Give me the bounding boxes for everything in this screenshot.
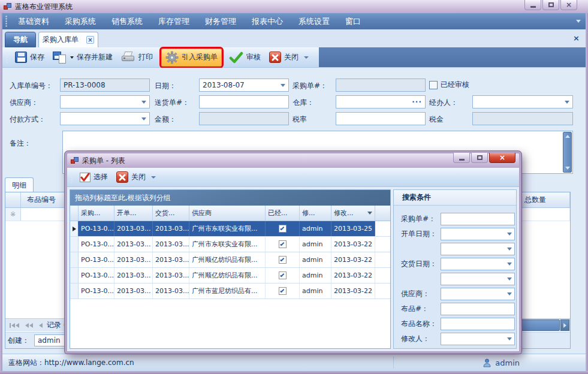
po-number-label: 采购单#： — [293, 81, 327, 91]
minimize-button[interactable] — [524, 0, 541, 10]
toolbar-grip — [5, 51, 8, 64]
import-purchase-order-button[interactable]: 引入采购单 — [161, 49, 222, 67]
menu-item-reports[interactable]: 报表中心 — [244, 13, 291, 29]
tax-rate-field[interactable] — [336, 112, 426, 125]
tax-amount-label: 税金 — [429, 114, 444, 125]
menu-item-window[interactable]: 窗口 — [337, 13, 369, 29]
window-title: 蓝格布业管理系统 — [15, 2, 73, 12]
supplier-dropdown-icon — [141, 101, 146, 104]
tab-navigation[interactable]: 导航 — [5, 32, 36, 47]
warehouse-label: 仓库： — [293, 98, 314, 108]
search-po-input[interactable] — [441, 213, 515, 225]
menu-item-base-data[interactable]: 基础资料 — [10, 13, 57, 29]
dialog-close-list-button[interactable]: 关闭 — [113, 170, 159, 185]
po-col-open-date[interactable]: 开单... — [114, 206, 153, 221]
app-icon — [4, 3, 12, 10]
po-row[interactable]: PO-13-0... 2013-03... 2013-03... 广州顺亿纺织品… — [70, 268, 390, 283]
menu-item-finance[interactable]: 财务管理 — [197, 13, 244, 29]
dialog-title-bar[interactable]: 采购单 - 列表 × — [67, 153, 519, 168]
close-form-button[interactable]: 关闭 — [266, 50, 312, 65]
menu-item-inventory[interactable]: 库存管理 — [150, 13, 197, 29]
green-check-icon — [229, 52, 243, 64]
menu-item-settings[interactable]: 系统设置 — [291, 13, 337, 29]
handler-combo[interactable] — [472, 95, 573, 108]
toolbar-filler — [319, 47, 586, 68]
tab-purchase-receipt[interactable]: 采购入库单 × — [38, 32, 98, 47]
dropdown-icon — [507, 248, 512, 251]
po-col-modified[interactable]: 修改... — [331, 206, 375, 221]
po-row[interactable]: PO-13-0... 2013-03... 2013-03... 广州市东联实业… — [70, 237, 390, 252]
search-deliver-date-to-combo[interactable] — [441, 273, 515, 285]
search-fabric-no-input[interactable] — [441, 303, 515, 315]
po-col-number[interactable]: 采购... — [79, 206, 114, 221]
menu-item-sales[interactable]: 销售系统 — [104, 13, 150, 29]
group-by-bar[interactable]: 拖动列标题至此,根据该列分组 — [70, 190, 390, 206]
print-button[interactable]: 打印 — [117, 50, 156, 65]
save-button[interactable]: 保存 — [11, 50, 48, 65]
search-fabric-name-input[interactable] — [441, 318, 515, 330]
amount-field — [199, 112, 289, 125]
save-and-new-button[interactable]: 保存并新建 — [49, 50, 116, 65]
po-col-deliver-date[interactable]: 交货... — [153, 206, 189, 221]
search-deliver-date-from-combo[interactable] — [441, 258, 515, 270]
title-bar[interactable]: 蓝格布业管理系统 × — [0, 0, 588, 13]
tab-detail[interactable]: 明细 — [5, 177, 34, 192]
search-field-fabric-name: 布品名称： — [394, 316, 516, 331]
audited-checkbox-row[interactable]: 已经审核 — [429, 80, 469, 90]
remark-scrollbar[interactable] — [563, 132, 572, 173]
printer-icon — [121, 52, 135, 64]
audited-checkbox[interactable] — [429, 81, 438, 89]
dialog-minimize-button[interactable] — [453, 153, 470, 163]
audit-button[interactable]: 审核 — [225, 50, 264, 65]
audited-checkbox-checked[interactable] — [279, 225, 287, 233]
audited-checkbox-checked[interactable] — [279, 287, 287, 295]
supplier-label: 供应商： — [10, 98, 38, 108]
prev-page-button[interactable] — [23, 322, 35, 329]
dropdown-icon — [507, 233, 512, 236]
dialog-close-button[interactable]: × — [489, 153, 515, 163]
close-button[interactable]: × — [560, 0, 577, 10]
supplier-combo[interactable] — [60, 95, 150, 108]
handler-label: 经办人： — [429, 98, 458, 108]
warehouse-browse-icon[interactable]: ··· — [412, 98, 422, 106]
search-supplier-combo[interactable] — [441, 288, 515, 300]
save-new-dropdown-icon — [70, 56, 74, 59]
prev-record-button[interactable] — [37, 322, 44, 329]
po-row[interactable]: PO-13-0... 2013-03... 2013-03... 广州市东联实业… — [70, 221, 390, 237]
maximize-button[interactable] — [542, 0, 559, 10]
search-open-date-from-combo[interactable] — [441, 228, 515, 240]
po-col-modifier[interactable]: 修... — [300, 206, 331, 221]
search-modifier-combo[interactable] — [441, 333, 515, 345]
audited-checkbox-checked[interactable] — [279, 256, 287, 264]
tab-close-icon[interactable]: × — [86, 36, 94, 44]
status-bar: 蓝格网站：http://www.lange.com.cn admin — [2, 354, 586, 371]
search-field-deliver-date-to — [394, 272, 516, 286]
minimize-icon — [530, 6, 536, 8]
menu-item-purchase[interactable]: 采购系统 — [57, 13, 104, 29]
po-col-supplier[interactable]: 供应商 — [189, 206, 266, 221]
detail-selector-header — [5, 192, 21, 207]
first-record-button[interactable] — [8, 322, 21, 329]
menu-overflow-icon[interactable] — [576, 20, 581, 23]
detail-col-total[interactable]: 总数量 — [518, 192, 570, 207]
amount-label: 金额： — [155, 114, 176, 125]
creator-label: 创建： — [8, 336, 29, 346]
audited-checkbox-checked[interactable] — [279, 240, 287, 248]
date-combo[interactable]: 2013-08-07 — [199, 79, 289, 92]
payment-combo[interactable] — [60, 112, 150, 125]
select-button[interactable]: 选择 — [76, 170, 111, 184]
website-link[interactable]: 蓝格网站：http://www.lange.com.cn — [2, 358, 134, 368]
audited-checkbox-checked[interactable] — [279, 272, 287, 279]
tabstrip-close-icon[interactable]: × — [573, 34, 580, 42]
dialog-maximize-button[interactable] — [471, 153, 488, 163]
record-count-label: 记录 — [47, 320, 61, 330]
warehouse-field[interactable]: ··· — [336, 95, 426, 108]
payment-dropdown-icon — [141, 117, 146, 120]
search-open-date-to-combo[interactable] — [441, 243, 515, 255]
po-col-audited[interactable]: 已经... — [266, 206, 300, 221]
po-row[interactable]: PO-13-0... 2013-03... 2013-03... 广州市蓝尼纺织… — [70, 283, 390, 299]
dropdown-icon — [507, 292, 512, 295]
delivery-no-field[interactable] — [199, 95, 289, 108]
hscroll-right-arrow[interactable] — [560, 319, 569, 331]
po-row[interactable]: PO-13-0... 2013-03... 2013-03... 广州顺亿纺织品… — [70, 252, 390, 268]
